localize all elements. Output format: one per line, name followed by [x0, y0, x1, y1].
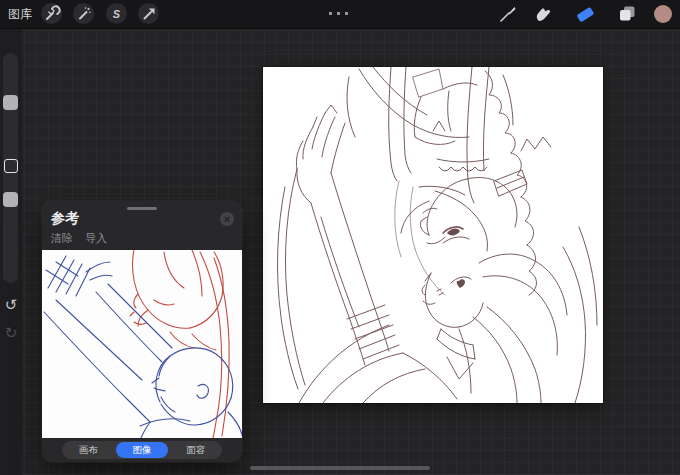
s-selection-icon: S: [113, 8, 120, 20]
brush-sidebar: ↺ ↻: [0, 28, 22, 475]
gallery-button[interactable]: 图库: [8, 0, 32, 28]
transform-button[interactable]: [138, 3, 159, 24]
canvas-sketch: [263, 67, 603, 403]
layers-button[interactable]: [616, 3, 638, 25]
wrench-icon: [42, 4, 62, 24]
reference-menu: 清除 导入: [51, 231, 107, 246]
import-button[interactable]: 导入: [85, 231, 107, 246]
paint-tool-button[interactable]: [497, 3, 519, 25]
color-swatch: [654, 5, 672, 23]
eraser-icon: [574, 3, 596, 25]
arrow-cursor-icon: [139, 4, 159, 24]
magic-wand-icon: [74, 4, 94, 24]
tab-face[interactable]: 面容: [169, 441, 222, 459]
adjustments-button[interactable]: [73, 3, 94, 24]
opacity-slider[interactable]: [3, 192, 18, 207]
procreate-workspace: 图库 S: [0, 0, 680, 475]
clear-button[interactable]: 清除: [51, 231, 73, 246]
redo-icon[interactable]: ↻: [0, 324, 22, 342]
selection-button[interactable]: S: [106, 3, 127, 24]
eraser-tool-button[interactable]: [574, 3, 596, 25]
brush-icon: [497, 3, 519, 25]
reference-panel: 参考 × 清除 导入: [42, 201, 242, 462]
top-toolbar: 图库 S: [0, 0, 680, 29]
reference-sketch: [42, 250, 242, 438]
panel-drag-handle-icon[interactable]: [127, 207, 157, 210]
smudge-tool-button[interactable]: [532, 3, 554, 25]
smudge-finger-icon: [532, 3, 554, 25]
reference-image[interactable]: [42, 250, 242, 438]
actions-button[interactable]: [41, 3, 62, 24]
close-icon[interactable]: ×: [220, 212, 234, 226]
reference-panel-title: 参考: [51, 210, 79, 228]
tab-image[interactable]: 图像: [116, 442, 169, 458]
home-indicator[interactable]: [250, 466, 430, 470]
canvas-options-icon[interactable]: [329, 12, 348, 15]
tab-canvas[interactable]: 画布: [62, 441, 115, 459]
brush-size-slider[interactable]: [3, 95, 18, 110]
color-button[interactable]: [652, 3, 674, 25]
undo-icon[interactable]: ↺: [0, 296, 22, 314]
modify-button[interactable]: [4, 159, 18, 173]
drawing-canvas[interactable]: [263, 67, 603, 403]
reference-tab-bar: 画布 图像 面容: [62, 441, 222, 459]
layers-icon: [616, 3, 638, 25]
